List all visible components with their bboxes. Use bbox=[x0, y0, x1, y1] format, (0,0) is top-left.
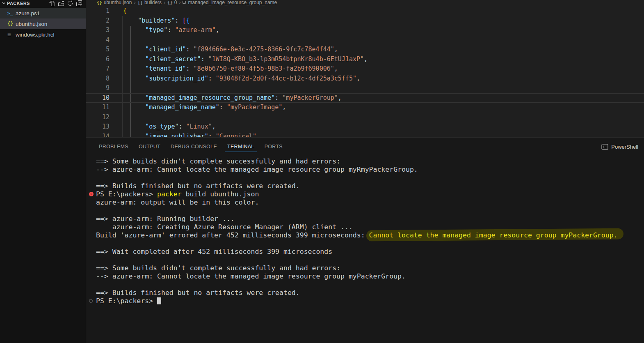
token: , bbox=[356, 75, 360, 82]
breadcrumb-item-ubunthu.json[interactable]: {}ubunthu.json bbox=[97, 0, 132, 5]
breadcrumb-item-managed_image_resource_group_name[interactable]: managed_image_resource_group_name bbox=[183, 0, 277, 5]
token: "myPackerImage" bbox=[227, 104, 282, 111]
code-line[interactable]: 1{ bbox=[86, 6, 644, 16]
file-list: >_azure.ps1{}ubunthu.json≡windows.pkr.hc… bbox=[0, 8, 86, 40]
token bbox=[123, 26, 145, 34]
terminal-text: build ubunthu.json bbox=[182, 190, 259, 198]
token: "client_secret" bbox=[145, 55, 201, 63]
breadcrumb: {}ubunthu.json›[]builders›{}0›managed_im… bbox=[86, 0, 644, 6]
terminal[interactable]: ==> Some builds didn't complete successf… bbox=[86, 157, 644, 305]
token: "client_id" bbox=[145, 46, 186, 53]
terminal-text: ==> Builds finished but no artifacts wer… bbox=[96, 182, 300, 190]
terminal-shell-selector[interactable]: PowerShell bbox=[601, 144, 639, 150]
terminal-line bbox=[86, 239, 644, 248]
terminal-line: --> azure-arm: Cannot locate the managed… bbox=[86, 166, 644, 174]
code-line[interactable]: 4 bbox=[86, 35, 644, 45]
terminal-text: ==> Builds finished but no artifacts wer… bbox=[96, 289, 300, 297]
code-text: "image_publisher": "Canonical", bbox=[123, 132, 260, 138]
terminal-line: ==> Wait completed after 452 millisecond… bbox=[86, 248, 644, 256]
tab-terminal[interactable]: TERMINAL bbox=[225, 142, 257, 152]
line-number: 9 bbox=[86, 83, 110, 93]
token bbox=[123, 65, 145, 72]
terminal-line bbox=[86, 281, 644, 289]
token: , bbox=[282, 104, 286, 111]
token: "os_type" bbox=[145, 123, 178, 130]
shell-label: PowerShell bbox=[611, 144, 638, 150]
line-number: 13 bbox=[86, 122, 110, 132]
code-area[interactable]: 1{2 "builders": [{3 "type": "azure-arm",… bbox=[86, 6, 644, 137]
new-file-icon[interactable] bbox=[49, 0, 55, 7]
token: : bbox=[219, 104, 227, 111]
token: "1WI8Q~KBO_b3-lp3mR54btpnKr8u4b-6EtUJ1ax… bbox=[208, 55, 364, 63]
terminal-text: ==> Wait completed after 452 millisecond… bbox=[96, 248, 332, 256]
code-line[interactable]: 3 "type": "azure-arm", bbox=[86, 25, 644, 35]
terminal-line: ✕PS E:\packers> packer build ubunthu.jso… bbox=[86, 190, 644, 198]
code-line[interactable]: 14 "image_publisher": "Canonical", bbox=[86, 132, 644, 138]
line-number: 3 bbox=[86, 25, 110, 35]
terminal-text: PS E:\packers> bbox=[96, 190, 157, 198]
terminal-line bbox=[86, 207, 644, 215]
code-line[interactable]: 11 "managed_image_name": "myPackerImage"… bbox=[86, 103, 644, 113]
code-text: "os_type": "Linux", bbox=[123, 122, 216, 132]
breadcrumb-item-builders[interactable]: []builders bbox=[137, 0, 162, 5]
explorer-toolbar bbox=[49, 0, 82, 7]
refresh-icon[interactable] bbox=[67, 0, 73, 7]
line-number: 1 bbox=[86, 6, 110, 16]
tab-debug-console[interactable]: DEBUG CONSOLE bbox=[168, 142, 219, 152]
sidebar-item-windows.pkr.hcl[interactable]: ≡windows.pkr.hcl bbox=[0, 29, 86, 40]
powershell-file-icon: >_ bbox=[7, 11, 16, 16]
code-line[interactable]: 13 "os_type": "Linux", bbox=[86, 122, 644, 132]
terminal-text: PS E:\packers> bbox=[96, 297, 157, 305]
code-line[interactable]: 7 "tenant_id": "8e0b6750-ef80-4f5b-98b3-… bbox=[86, 64, 644, 74]
explorer-section-header[interactable]: PACKERS bbox=[0, 0, 86, 7]
sidebar-item-azure.ps1[interactable]: >_azure.ps1 bbox=[0, 8, 86, 18]
breadcrumb-label: managed_image_resource_group_name bbox=[188, 0, 277, 5]
panel-tabs: PROBLEMSOUTPUTDEBUG CONSOLETERMINALPORTS bbox=[96, 142, 290, 152]
line-number: 2 bbox=[86, 16, 110, 26]
token: : bbox=[186, 46, 194, 53]
file-label: azure.ps1 bbox=[16, 10, 40, 16]
line-number: 11 bbox=[86, 103, 110, 113]
sidebar-item-ubunthu.json[interactable]: {}ubunthu.json bbox=[0, 18, 86, 29]
code-text: "tenant_id": "8e0b6750-ef80-4f5b-98b3-fa… bbox=[123, 64, 338, 74]
token: : bbox=[178, 123, 186, 130]
line-number: 6 bbox=[86, 55, 110, 64]
breadcrumb-label: ubunthu.json bbox=[104, 0, 132, 5]
code-line[interactable]: 5 "client_id": "f894666e-8e3c-4275-8366-… bbox=[86, 45, 644, 55]
new-folder-icon[interactable] bbox=[58, 0, 64, 7]
code-text: "managed_image_name": "myPackerImage", bbox=[123, 103, 286, 113]
token: "tenant_id" bbox=[145, 65, 186, 72]
breadcrumb-item-0[interactable]: {}0 bbox=[167, 0, 177, 5]
code-line[interactable]: 8 "subscription_id": "93048f2d-2d0f-44cc… bbox=[86, 74, 644, 84]
code-line[interactable]: 2 "builders": [{ bbox=[86, 16, 644, 26]
command-error-badge[interactable]: ✕ bbox=[89, 192, 94, 196]
editor[interactable]: {}ubunthu.json›[]builders›{}0›managed_im… bbox=[86, 0, 644, 137]
token: "f894666e-8e3c-4275-8366-9fc7c78e4f44" bbox=[194, 46, 334, 53]
terminal-line: --> azure-arm: Cannot locate the managed… bbox=[86, 272, 644, 281]
token bbox=[123, 104, 145, 111]
terminal-cursor bbox=[157, 297, 161, 304]
code-line[interactable]: 9 bbox=[86, 83, 644, 93]
token: "azure-arm" bbox=[175, 26, 215, 34]
terminal-text: azure-arm: output will be in this color. bbox=[96, 198, 259, 206]
code-line[interactable]: 10 "managed_image_resource_group_name": … bbox=[86, 93, 644, 103]
tab-ports[interactable]: PORTS bbox=[262, 142, 285, 152]
line-number: 12 bbox=[86, 113, 110, 122]
token: : bbox=[275, 94, 282, 101]
token bbox=[123, 17, 138, 24]
tab-problems[interactable]: PROBLEMS bbox=[96, 142, 131, 152]
code-text: "type": "azure-arm", bbox=[123, 25, 219, 35]
code-line[interactable]: 12 bbox=[86, 113, 644, 122]
tab-output[interactable]: OUTPUT bbox=[136, 142, 163, 152]
symbol-object-icon: {} bbox=[167, 0, 173, 5]
breadcrumb-label: builders bbox=[144, 0, 162, 5]
code-line[interactable]: 6 "client_secret": "1WI8Q~KBO_b3-lp3mR54… bbox=[86, 55, 644, 64]
command-pending-badge[interactable] bbox=[89, 299, 93, 303]
token: : bbox=[167, 26, 175, 34]
collapse-all-icon[interactable] bbox=[76, 0, 82, 7]
line-number: 10 bbox=[86, 94, 110, 103]
vscode-window: PACKERS bbox=[0, 0, 644, 343]
token: : bbox=[201, 55, 208, 63]
token: "myPackerGroup" bbox=[282, 94, 338, 101]
line-number: 4 bbox=[86, 35, 110, 45]
